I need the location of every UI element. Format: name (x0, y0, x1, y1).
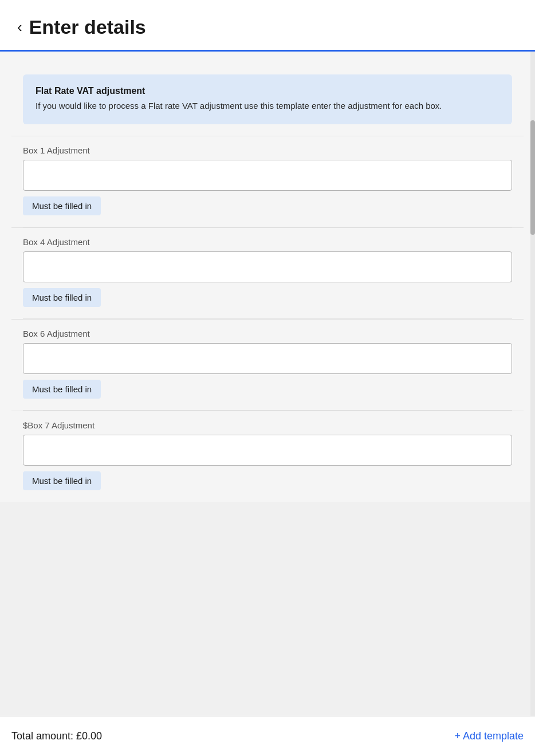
box7-label: $Box 7 Adjustment (23, 420, 512, 430)
box1-label: Box 1 Adjustment (23, 145, 512, 155)
form-area: Flat Rate VAT adjustment If you would li… (0, 52, 535, 502)
back-button[interactable]: ‹ (17, 18, 22, 36)
info-banner-description: If you would like to process a Flat rate… (36, 100, 499, 113)
footer-bar: Total amount: £0.00 + Add template (0, 716, 535, 756)
total-amount: Total amount: £0.00 (11, 730, 102, 742)
box7-input[interactable] (23, 435, 512, 466)
box6-error: Must be filled in (23, 380, 101, 399)
box7-error: Must be filled in (23, 471, 101, 490)
box6-label: Box 6 Adjustment (23, 329, 512, 338)
info-banner-title: Flat Rate VAT adjustment (36, 86, 499, 96)
box4-error: Must be filled in (23, 288, 101, 307)
scrollbar-thumb[interactable] (530, 120, 535, 235)
box4-section: Box 4 Adjustment Must be filled in (11, 227, 524, 318)
add-template-button[interactable]: + Add template (454, 728, 524, 745)
page-header: ‹ Enter details (0, 0, 535, 52)
box7-section: $Box 7 Adjustment Must be filled in (11, 411, 524, 502)
info-banner: Flat Rate VAT adjustment If you would li… (23, 74, 512, 124)
box6-input[interactable] (23, 343, 512, 374)
main-content: Flat Rate VAT adjustment If you would li… (0, 52, 535, 716)
box1-input[interactable] (23, 160, 512, 191)
box1-error: Must be filled in (23, 196, 101, 215)
box6-section: Box 6 Adjustment Must be filled in (11, 319, 524, 410)
box4-input[interactable] (23, 251, 512, 282)
box1-section: Box 1 Adjustment Must be filled in (11, 136, 524, 227)
box4-label: Box 4 Adjustment (23, 237, 512, 247)
page-title: Enter details (29, 16, 146, 38)
scrollbar-track (530, 52, 535, 716)
